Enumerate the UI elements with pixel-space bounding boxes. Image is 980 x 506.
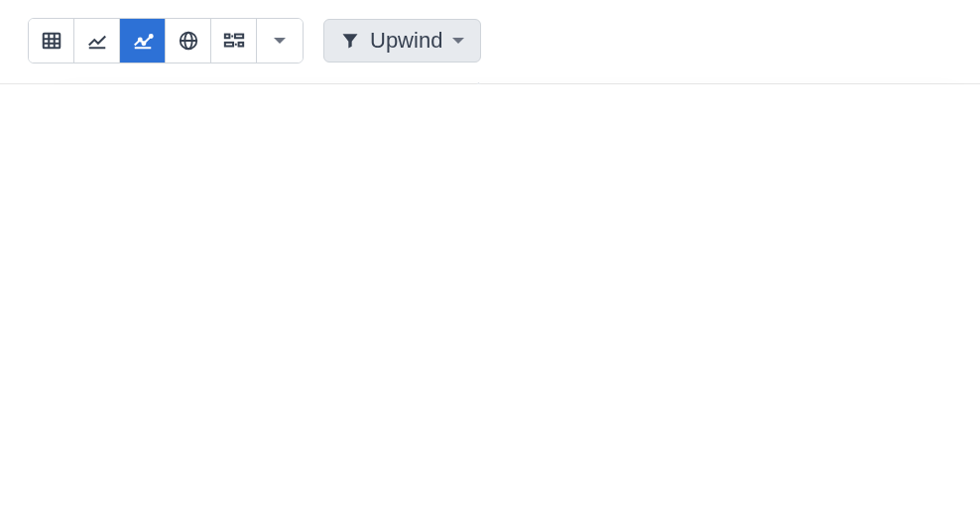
- view-scatter-chart-button[interactable]: [120, 19, 166, 63]
- funnel-icon: [340, 31, 360, 51]
- svg-rect-18: [238, 43, 243, 47]
- view-compare-button[interactable]: [211, 19, 257, 63]
- svg-rect-15: [234, 35, 242, 39]
- caret-down-icon: [452, 38, 464, 44]
- tune-icon: [223, 31, 245, 51]
- view-more-dropdown[interactable]: [257, 19, 303, 63]
- caret-down-icon: [274, 38, 286, 44]
- view-toolbar: Upwind: [0, 18, 980, 84]
- svg-rect-13: [224, 35, 229, 39]
- filter-dropdown-button[interactable]: Upwind: [323, 19, 481, 63]
- svg-point-7: [142, 42, 145, 45]
- svg-point-8: [149, 35, 152, 38]
- svg-rect-16: [224, 43, 232, 47]
- view-table-button[interactable]: [29, 19, 74, 63]
- line-chart-icon: [86, 30, 108, 52]
- view-mode-group: [28, 18, 304, 63]
- table-icon: [41, 30, 62, 52]
- svg-rect-0: [43, 34, 60, 49]
- scatter-chart-icon: [132, 30, 154, 52]
- view-map-button[interactable]: [166, 19, 211, 63]
- view-line-chart-button[interactable]: [74, 19, 120, 63]
- globe-icon: [178, 30, 199, 52]
- filter-dropdown-label: Upwind: [370, 28, 442, 54]
- svg-point-6: [138, 39, 141, 42]
